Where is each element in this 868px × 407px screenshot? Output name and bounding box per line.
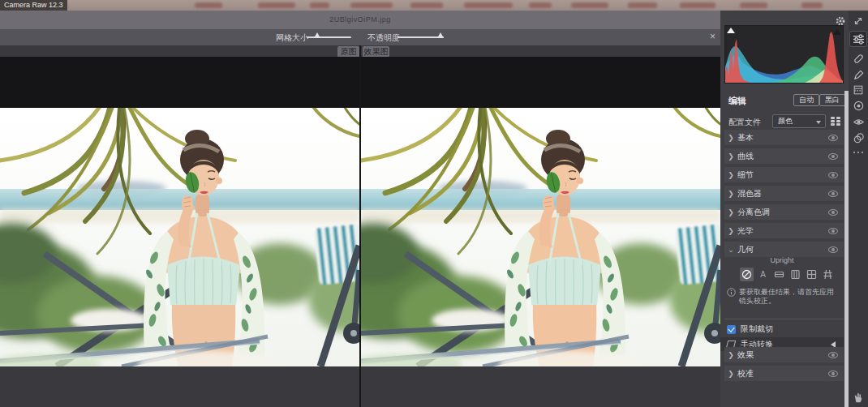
redacted-text: [529, 2, 552, 8]
profile-value: 颜色: [778, 117, 793, 125]
preview-original-image[interactable]: [0, 108, 359, 366]
section-basic[interactable]: ❯ 基本: [724, 130, 844, 145]
chevron-right-icon: ❯: [724, 134, 737, 142]
geometry-info-text: 要获取最佳结果，请首先应用镜头校正。: [739, 288, 840, 306]
filename-label: 2UBlgivOiPM.jpg: [0, 11, 720, 29]
profile-dropdown[interactable]: 颜色: [772, 114, 826, 128]
upright-guided-icon[interactable]: [821, 268, 835, 281]
upright-auto-icon[interactable]: A: [756, 268, 770, 281]
eye-icon[interactable]: [828, 172, 838, 178]
opacity-label: 不透明度: [367, 32, 400, 44]
section-color-mixer[interactable]: ❯ 混色器: [724, 186, 844, 201]
grid-size-label: 网格大小: [276, 32, 308, 44]
section-calibration[interactable]: ❯ 校准: [724, 366, 844, 381]
section-geometry[interactable]: ⌄ 几何: [724, 242, 844, 257]
section-detail[interactable]: ❯ 细节: [724, 167, 844, 182]
chevron-right-icon: ❯: [724, 152, 737, 161]
redacted-text: [410, 2, 443, 8]
bw-button[interactable]: 黑白: [819, 94, 845, 106]
preview-area: 2UBlgivOiPM.jpg 网格大小 不透明度 × 原图 效果图: [0, 11, 720, 407]
section-split-toning[interactable]: ❯ 分离色调: [724, 204, 844, 220]
tool-rail: [849, 11, 868, 407]
preview-effect-image[interactable]: [361, 108, 720, 366]
opacity-slider-thumb[interactable]: [437, 32, 444, 38]
redacted-text: [680, 2, 715, 8]
filename-bar: 2UBlgivOiPM.jpg: [0, 11, 720, 29]
chevron-right-icon: ❯: [724, 190, 737, 198]
section-optics[interactable]: ❯ 光学: [724, 223, 844, 238]
adjustment-brush-icon[interactable]: [851, 67, 866, 82]
redacted-text: [801, 2, 823, 8]
upright-vertical-icon[interactable]: [789, 268, 802, 281]
original-view-button[interactable]: 原图: [337, 46, 359, 58]
radial-filter-icon[interactable]: [851, 98, 866, 113]
checkbox-checked-icon[interactable]: [727, 325, 736, 334]
info-icon: [727, 288, 736, 297]
red-eye-icon[interactable]: [851, 114, 866, 129]
section-effects[interactable]: ❯ 效果: [724, 347, 844, 362]
presets-icon[interactable]: [851, 131, 866, 145]
redacted-text: [258, 2, 295, 8]
chevron-right-icon: ❯: [724, 370, 737, 378]
chevron-down-icon: [816, 121, 821, 124]
preview-canvas: 原图 效果图: [0, 45, 720, 407]
eye-icon[interactable]: [828, 209, 838, 216]
grid-size-slider-thumb[interactable]: [314, 32, 320, 38]
eye-icon[interactable]: [828, 135, 838, 141]
effect-view-button[interactable]: 效果图: [363, 46, 389, 58]
compare-toolbar: 网格大小 不透明度 ×: [0, 29, 720, 45]
profile-browser-icon[interactable]: [831, 117, 841, 126]
redacted-text: [464, 2, 513, 8]
highlight-clipping-indicator[interactable]: [833, 29, 841, 35]
split-divider: [359, 45, 361, 407]
upright-level-icon[interactable]: [772, 268, 786, 281]
camera-raw-window: Camera Raw 12.3 2UBlgivOiPM.jpg 网格大小 不透明…: [0, 0, 868, 407]
eye-icon[interactable]: [828, 352, 838, 358]
eye-icon[interactable]: [828, 228, 838, 234]
shadow-clipping-indicator[interactable]: [727, 28, 735, 33]
eye-icon[interactable]: [828, 246, 838, 253]
graduated-filter-icon[interactable]: [851, 83, 866, 97]
constrain-crop-label: 限制裁切: [741, 323, 773, 335]
chevron-right-icon: ❯: [724, 227, 737, 235]
chevron-down-icon: ⌄: [724, 246, 737, 254]
upright-mode-buttons: A: [740, 268, 835, 281]
chevron-right-icon: ❯: [724, 351, 737, 359]
constrain-crop-row[interactable]: 限制裁切: [727, 323, 773, 335]
more-options-icon[interactable]: [851, 145, 866, 160]
redacted-text: [571, 2, 608, 8]
auto-button[interactable]: 自动: [793, 94, 819, 106]
section-curve[interactable]: ❯ 曲线: [724, 148, 844, 164]
upright-full-icon[interactable]: [805, 268, 819, 281]
chevron-right-icon: ❯: [724, 171, 737, 179]
profile-label: 配置文件: [728, 117, 761, 128]
app-title: Camera Raw 12.3: [0, 0, 67, 11]
redacted-text: [310, 2, 329, 8]
title-bar: Camera Raw 12.3: [0, 0, 868, 11]
edit-tool-icon[interactable]: [849, 31, 867, 47]
healing-brush-icon[interactable]: [851, 51, 866, 66]
redacted-text: [628, 2, 657, 8]
edit-panel: 编辑 自动 黑白 配置文件 颜色 ❯ 基本 ❯ 曲线 ❯ 细节 ❯ 混色器: [720, 11, 868, 407]
hand-tool-icon[interactable]: [851, 390, 866, 405]
redacted-text: [350, 2, 393, 8]
eye-icon[interactable]: [828, 371, 838, 377]
fullscreen-icon[interactable]: [851, 14, 866, 28]
histogram[interactable]: [724, 25, 844, 84]
chevron-right-icon: ❯: [724, 208, 737, 216]
redacted-text: [740, 2, 767, 8]
eye-icon[interactable]: [828, 191, 838, 197]
edit-panel-title: 编辑: [728, 95, 746, 107]
geometry-info: 要获取最佳结果，请首先应用镜头校正。: [727, 288, 842, 306]
redacted-text: [195, 2, 222, 8]
divider: [724, 319, 844, 319]
close-icon[interactable]: ×: [710, 31, 715, 42]
upright-off-icon[interactable]: [740, 268, 754, 281]
upright-label: Upright: [720, 256, 844, 264]
eye-icon[interactable]: [828, 153, 838, 160]
